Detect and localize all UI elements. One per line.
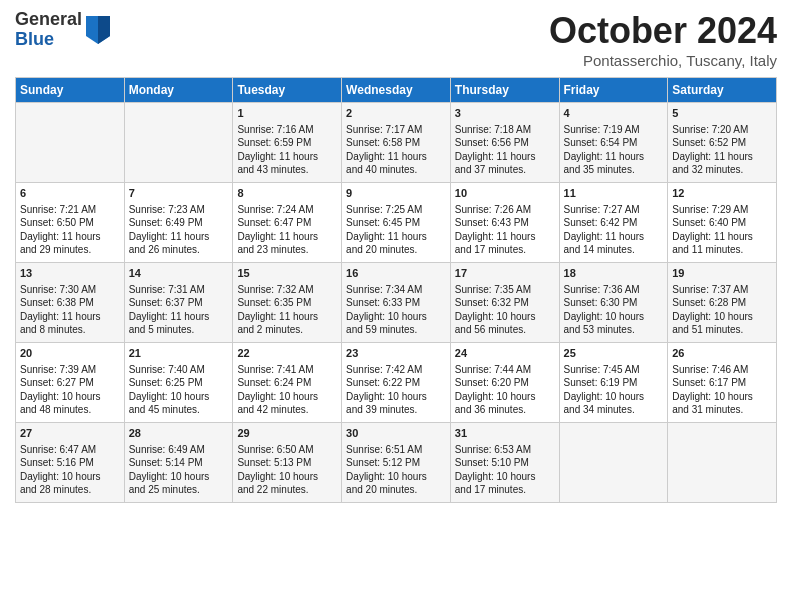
day-info: Sunset: 6:20 PM — [455, 376, 555, 390]
calendar-cell: 11Sunrise: 7:27 AMSunset: 6:42 PMDayligh… — [559, 183, 668, 263]
day-info: Daylight: 11 hours and 32 minutes. — [672, 150, 772, 177]
day-info: Sunrise: 7:27 AM — [564, 203, 664, 217]
day-number: 25 — [564, 346, 664, 361]
column-header-tuesday: Tuesday — [233, 78, 342, 103]
day-info: Daylight: 10 hours and 53 minutes. — [564, 310, 664, 337]
logo-blue: Blue — [15, 30, 82, 50]
day-info: Sunrise: 7:39 AM — [20, 363, 120, 377]
calendar-table: SundayMondayTuesdayWednesdayThursdayFrid… — [15, 77, 777, 503]
day-info: Sunrise: 6:49 AM — [129, 443, 229, 457]
calendar-cell: 12Sunrise: 7:29 AMSunset: 6:40 PMDayligh… — [668, 183, 777, 263]
day-info: Sunset: 6:56 PM — [455, 136, 555, 150]
day-info: Daylight: 10 hours and 45 minutes. — [129, 390, 229, 417]
day-number: 10 — [455, 186, 555, 201]
calendar-cell: 25Sunrise: 7:45 AMSunset: 6:19 PMDayligh… — [559, 343, 668, 423]
day-number: 13 — [20, 266, 120, 281]
logo-general: General — [15, 10, 82, 30]
day-number: 1 — [237, 106, 337, 121]
day-info: Sunrise: 6:53 AM — [455, 443, 555, 457]
day-info: Daylight: 11 hours and 23 minutes. — [237, 230, 337, 257]
day-info: Sunset: 6:30 PM — [564, 296, 664, 310]
day-number: 21 — [129, 346, 229, 361]
calendar-cell: 20Sunrise: 7:39 AMSunset: 6:27 PMDayligh… — [16, 343, 125, 423]
day-info: Sunset: 6:47 PM — [237, 216, 337, 230]
calendar-page: General Blue October 2024 Pontasserchio,… — [0, 0, 792, 612]
day-info: Sunset: 6:33 PM — [346, 296, 446, 310]
calendar-cell: 24Sunrise: 7:44 AMSunset: 6:20 PMDayligh… — [450, 343, 559, 423]
day-info: Sunrise: 7:19 AM — [564, 123, 664, 137]
day-info: Daylight: 10 hours and 51 minutes. — [672, 310, 772, 337]
calendar-cell: 3Sunrise: 7:18 AMSunset: 6:56 PMDaylight… — [450, 103, 559, 183]
day-info: Daylight: 10 hours and 36 minutes. — [455, 390, 555, 417]
calendar-cell: 16Sunrise: 7:34 AMSunset: 6:33 PMDayligh… — [342, 263, 451, 343]
calendar-cell: 1Sunrise: 7:16 AMSunset: 6:59 PMDaylight… — [233, 103, 342, 183]
day-info: Sunset: 6:54 PM — [564, 136, 664, 150]
day-number: 22 — [237, 346, 337, 361]
calendar-cell — [124, 103, 233, 183]
calendar-cell: 23Sunrise: 7:42 AMSunset: 6:22 PMDayligh… — [342, 343, 451, 423]
calendar-cell: 18Sunrise: 7:36 AMSunset: 6:30 PMDayligh… — [559, 263, 668, 343]
column-header-monday: Monday — [124, 78, 233, 103]
day-info: Sunset: 6:22 PM — [346, 376, 446, 390]
day-info: Sunset: 6:52 PM — [672, 136, 772, 150]
day-info: Daylight: 10 hours and 17 minutes. — [455, 470, 555, 497]
day-info: Sunset: 6:27 PM — [20, 376, 120, 390]
day-info: Sunrise: 7:26 AM — [455, 203, 555, 217]
day-info: Sunset: 6:24 PM — [237, 376, 337, 390]
day-info: Sunset: 5:14 PM — [129, 456, 229, 470]
week-row-2: 6Sunrise: 7:21 AMSunset: 6:50 PMDaylight… — [16, 183, 777, 263]
day-number: 14 — [129, 266, 229, 281]
day-info: Daylight: 11 hours and 11 minutes. — [672, 230, 772, 257]
day-number: 28 — [129, 426, 229, 441]
column-header-saturday: Saturday — [668, 78, 777, 103]
calendar-cell: 2Sunrise: 7:17 AMSunset: 6:58 PMDaylight… — [342, 103, 451, 183]
day-info: Sunrise: 7:31 AM — [129, 283, 229, 297]
day-info: Sunrise: 7:32 AM — [237, 283, 337, 297]
day-number: 11 — [564, 186, 664, 201]
svg-marker-1 — [98, 16, 110, 44]
calendar-cell: 22Sunrise: 7:41 AMSunset: 6:24 PMDayligh… — [233, 343, 342, 423]
day-info: Sunset: 6:35 PM — [237, 296, 337, 310]
calendar-cell: 30Sunrise: 6:51 AMSunset: 5:12 PMDayligh… — [342, 423, 451, 503]
calendar-cell: 4Sunrise: 7:19 AMSunset: 6:54 PMDaylight… — [559, 103, 668, 183]
calendar-cell: 14Sunrise: 7:31 AMSunset: 6:37 PMDayligh… — [124, 263, 233, 343]
day-info: Sunrise: 6:51 AM — [346, 443, 446, 457]
day-number: 17 — [455, 266, 555, 281]
calendar-cell: 7Sunrise: 7:23 AMSunset: 6:49 PMDaylight… — [124, 183, 233, 263]
day-number: 20 — [20, 346, 120, 361]
day-number: 19 — [672, 266, 772, 281]
calendar-cell — [559, 423, 668, 503]
location: Pontasserchio, Tuscany, Italy — [549, 52, 777, 69]
day-info: Sunset: 6:45 PM — [346, 216, 446, 230]
day-number: 18 — [564, 266, 664, 281]
day-info: Sunset: 5:16 PM — [20, 456, 120, 470]
day-number: 15 — [237, 266, 337, 281]
header: General Blue October 2024 Pontasserchio,… — [15, 10, 777, 69]
day-number: 27 — [20, 426, 120, 441]
day-info: Sunset: 5:13 PM — [237, 456, 337, 470]
calendar-cell: 26Sunrise: 7:46 AMSunset: 6:17 PMDayligh… — [668, 343, 777, 423]
day-info: Daylight: 10 hours and 28 minutes. — [20, 470, 120, 497]
day-info: Daylight: 11 hours and 5 minutes. — [129, 310, 229, 337]
day-info: Sunrise: 7:42 AM — [346, 363, 446, 377]
calendar-cell: 9Sunrise: 7:25 AMSunset: 6:45 PMDaylight… — [342, 183, 451, 263]
day-info: Sunrise: 7:16 AM — [237, 123, 337, 137]
day-info: Daylight: 11 hours and 26 minutes. — [129, 230, 229, 257]
calendar-cell: 13Sunrise: 7:30 AMSunset: 6:38 PMDayligh… — [16, 263, 125, 343]
day-number: 3 — [455, 106, 555, 121]
day-info: Daylight: 10 hours and 34 minutes. — [564, 390, 664, 417]
day-info: Sunrise: 7:44 AM — [455, 363, 555, 377]
day-info: Sunset: 6:59 PM — [237, 136, 337, 150]
day-number: 31 — [455, 426, 555, 441]
calendar-cell: 8Sunrise: 7:24 AMSunset: 6:47 PMDaylight… — [233, 183, 342, 263]
day-info: Daylight: 10 hours and 56 minutes. — [455, 310, 555, 337]
day-info: Daylight: 11 hours and 8 minutes. — [20, 310, 120, 337]
day-info: Sunset: 5:12 PM — [346, 456, 446, 470]
day-info: Sunrise: 7:20 AM — [672, 123, 772, 137]
day-info: Daylight: 11 hours and 17 minutes. — [455, 230, 555, 257]
title-block: October 2024 Pontasserchio, Tuscany, Ita… — [549, 10, 777, 69]
day-info: Sunrise: 6:47 AM — [20, 443, 120, 457]
day-info: Daylight: 11 hours and 29 minutes. — [20, 230, 120, 257]
day-info: Daylight: 11 hours and 35 minutes. — [564, 150, 664, 177]
day-number: 12 — [672, 186, 772, 201]
